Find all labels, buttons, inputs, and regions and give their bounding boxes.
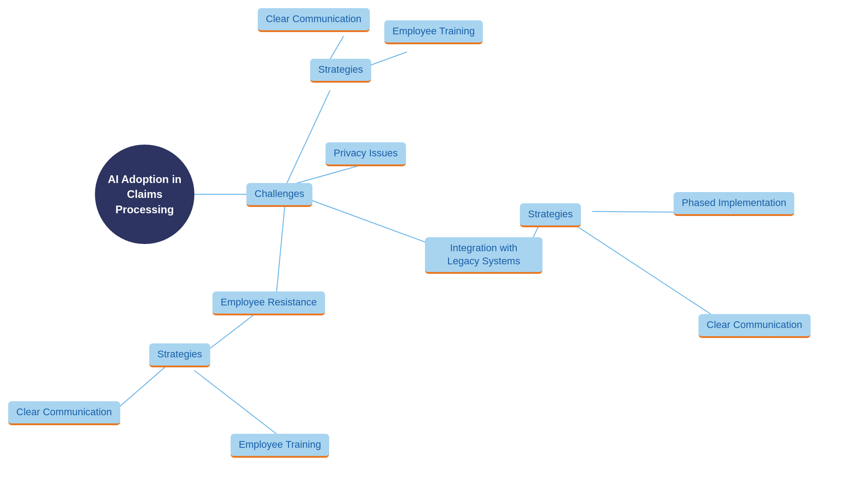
phased-impl-label: Phased Implementation <box>674 192 794 216</box>
strategies-mid-node: Strategies <box>520 203 581 227</box>
strategies-top-label: Strategies <box>310 59 371 83</box>
emp-training-top-label: Employee Training <box>384 20 483 44</box>
strategies-bot-node: Strategies <box>149 343 210 367</box>
challenges-label: Challenges <box>246 183 312 207</box>
strategies-mid-label: Strategies <box>520 203 581 227</box>
emp-training-top-node: Employee Training <box>384 20 483 44</box>
svg-line-9 <box>576 226 728 325</box>
svg-line-3 <box>276 206 285 300</box>
strategies-top-node: Strategies <box>310 59 371 83</box>
center-node: AI Adoption in Claims Processing <box>95 145 194 244</box>
clear-comm-mid-label: Clear Communication <box>698 314 811 338</box>
emp-training-bot-label: Employee Training <box>231 434 329 458</box>
clear-comm-bot-label: Clear Communication <box>8 401 120 425</box>
privacy-issues-label: Privacy Issues <box>326 142 406 166</box>
employee-resistance-label: Employee Resistance <box>212 291 325 315</box>
svg-line-1 <box>289 165 362 185</box>
clear-comm-mid-node: Clear Communication <box>698 314 811 338</box>
center-label: AI Adoption in Claims Processing <box>95 145 194 244</box>
clear-comm-bot-node: Clear Communication <box>8 401 120 425</box>
phased-impl-node: Phased Implementation <box>674 192 794 216</box>
strategies-bot-label: Strategies <box>149 343 210 367</box>
privacy-issues-node: Privacy Issues <box>326 142 406 166</box>
integration-node: Integration with Legacy Systems <box>425 237 542 274</box>
challenges-node: Challenges <box>246 183 312 207</box>
emp-training-bot-node: Employee Training <box>231 434 329 458</box>
clear-comm-top-node: Clear Communication <box>258 8 370 32</box>
employee-resistance-node: Employee Resistance <box>212 291 325 315</box>
svg-line-4 <box>285 90 330 188</box>
integration-label: Integration with Legacy Systems <box>425 237 542 274</box>
clear-comm-top-label: Clear Communication <box>258 8 370 32</box>
